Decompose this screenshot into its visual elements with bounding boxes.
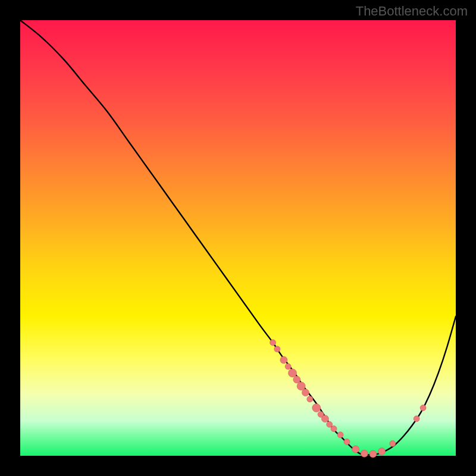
sample-marker [280, 356, 287, 364]
sample-marker [369, 450, 377, 458]
sample-marker [274, 346, 280, 352]
sample-marker [321, 415, 328, 422]
sample-marker [297, 382, 305, 390]
sample-marker [289, 369, 297, 377]
sample-marker [414, 416, 419, 422]
sample-marker [302, 389, 309, 396]
bottleneck-curve-chart [20, 20, 456, 456]
gradient-plot-background [20, 20, 456, 456]
sample-marker [285, 364, 291, 369]
sample-marker [270, 340, 276, 346]
performance-curve [20, 20, 456, 455]
sample-marker [420, 405, 426, 411]
sample-marker [331, 426, 337, 432]
sample-marker [344, 439, 350, 445]
sample-marker [312, 403, 321, 412]
sample-marker [378, 448, 386, 455]
sample-marker [327, 421, 333, 427]
sample-marker [337, 432, 343, 438]
watermark-text: TheBottleneck.com [356, 4, 468, 19]
sample-marker [307, 396, 313, 402]
sample-marker [293, 376, 300, 383]
sample-marker [361, 450, 368, 457]
sample-markers-group [270, 340, 427, 458]
sample-marker [390, 441, 396, 447]
sample-marker [352, 446, 359, 453]
